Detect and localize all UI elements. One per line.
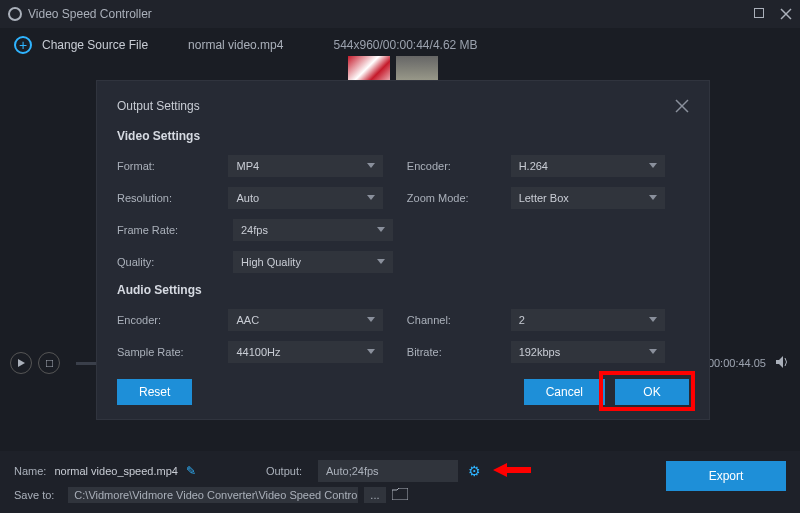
svg-marker-4 xyxy=(776,356,783,368)
source-metadata: 544x960/00:00:44/4.62 MB xyxy=(333,38,477,52)
ok-button[interactable]: OK xyxy=(615,379,689,405)
encoder-label: Encoder: xyxy=(407,160,511,172)
samplerate-label: Sample Rate: xyxy=(117,346,228,358)
video-settings-heading: Video Settings xyxy=(117,129,689,143)
format-select[interactable]: MP4 xyxy=(228,155,382,177)
quality-row: Quality: High Quality xyxy=(117,251,689,273)
zoom-label: Zoom Mode: xyxy=(407,192,511,204)
channel-label: Channel: xyxy=(407,314,511,326)
export-button[interactable]: Export xyxy=(666,461,786,491)
bitrate-label: Bitrate: xyxy=(407,346,511,358)
quality-label: Quality: xyxy=(117,256,233,268)
format-row: Format: MP4 Encoder: H.264 xyxy=(117,155,689,177)
zoom-mode-select[interactable]: Letter Box xyxy=(511,187,665,209)
resolution-row: Resolution: Auto Zoom Mode: Letter Box xyxy=(117,187,689,209)
bitrate-select[interactable]: 192kbps xyxy=(511,341,665,363)
maximize-icon[interactable] xyxy=(754,8,766,20)
chevron-down-icon xyxy=(377,259,385,264)
open-folder-icon[interactable] xyxy=(392,488,408,502)
app-title: Video Speed Controller xyxy=(28,7,152,21)
saveto-path-field[interactable]: C:\Vidmore\Vidmore Video Converter\Video… xyxy=(68,487,358,503)
dialog-footer: Reset Cancel OK xyxy=(117,379,689,405)
audio-encoder-row: Encoder: AAC Channel: 2 xyxy=(117,309,689,331)
stop-button[interactable] xyxy=(38,352,60,374)
samplerate-select[interactable]: 44100Hz xyxy=(228,341,382,363)
svg-marker-2 xyxy=(18,359,25,367)
edit-name-icon[interactable]: ✎ xyxy=(186,464,196,478)
channel-select[interactable]: 2 xyxy=(511,309,665,331)
framerate-select[interactable]: 24fps xyxy=(233,219,393,241)
framerate-label: Frame Rate: xyxy=(117,224,233,236)
svg-rect-3 xyxy=(46,360,53,367)
arrow-annotation xyxy=(493,461,533,481)
output-name-field[interactable]: normal video_speed.mp4 xyxy=(54,465,178,477)
chevron-down-icon xyxy=(649,163,657,168)
resolution-label: Resolution: xyxy=(117,192,228,204)
video-encoder-select[interactable]: H.264 xyxy=(511,155,665,177)
format-label: Format: xyxy=(117,160,228,172)
saveto-label: Save to: xyxy=(14,489,54,501)
app-logo-icon xyxy=(8,7,22,21)
output-format-field[interactable]: Auto;24fps xyxy=(318,460,458,482)
bottom-bar: Name: normal video_speed.mp4 ✎ Output: A… xyxy=(0,451,800,513)
time-display: 00:00:44.05 xyxy=(708,357,766,369)
cancel-button[interactable]: Cancel xyxy=(524,379,605,405)
dialog-title: Output Settings xyxy=(117,99,200,113)
audio-encoder-select[interactable]: AAC xyxy=(228,309,382,331)
chevron-down-icon xyxy=(377,227,385,232)
chevron-down-icon xyxy=(367,317,375,322)
play-button[interactable] xyxy=(10,352,32,374)
quality-select[interactable]: High Quality xyxy=(233,251,393,273)
gear-icon[interactable]: ⚙ xyxy=(468,463,481,479)
source-filename: normal video.mp4 xyxy=(188,38,283,52)
audio-encoder-label: Encoder: xyxy=(117,314,228,326)
svg-marker-7 xyxy=(493,463,531,477)
close-icon[interactable] xyxy=(780,8,792,20)
volume-icon[interactable] xyxy=(776,356,790,370)
titlebar: Video Speed Controller xyxy=(0,0,800,28)
chevron-down-icon xyxy=(367,349,375,354)
audio-settings-heading: Audio Settings xyxy=(117,283,689,297)
chevron-down-icon xyxy=(367,195,375,200)
name-label: Name: xyxy=(14,465,46,477)
framerate-row: Frame Rate: 24fps xyxy=(117,219,689,241)
change-source-link[interactable]: Change Source File xyxy=(42,38,148,52)
samplerate-row: Sample Rate: 44100Hz Bitrate: 192kbps xyxy=(117,341,689,363)
chevron-down-icon xyxy=(649,317,657,322)
add-source-icon[interactable]: + xyxy=(14,36,32,54)
resolution-select[interactable]: Auto xyxy=(228,187,382,209)
chevron-down-icon xyxy=(649,195,657,200)
chevron-down-icon xyxy=(649,349,657,354)
dialog-close-icon[interactable] xyxy=(675,99,689,113)
output-label: Output: xyxy=(266,465,302,477)
output-settings-dialog: Output Settings Video Settings Format: M… xyxy=(96,80,710,420)
reset-button[interactable]: Reset xyxy=(117,379,192,405)
browse-button[interactable]: ... xyxy=(364,487,385,503)
chevron-down-icon xyxy=(367,163,375,168)
